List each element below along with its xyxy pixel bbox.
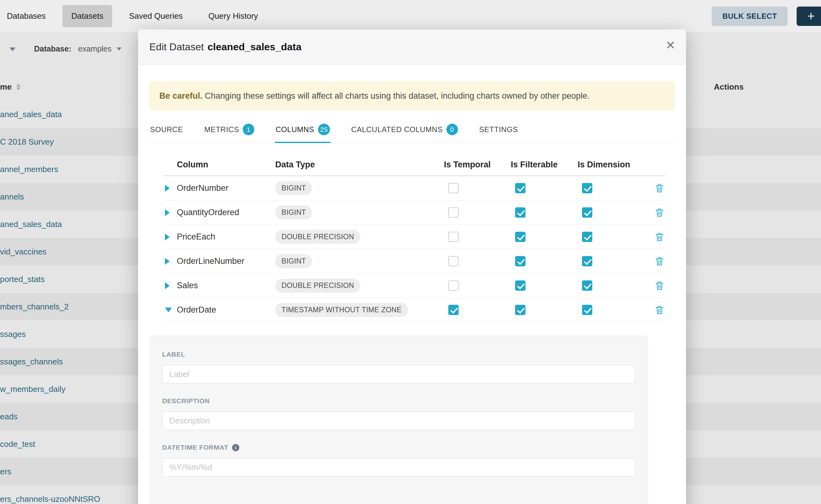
data-type-pill: DOUBLE PRECISION — [275, 279, 360, 293]
is-temporal-checkbox[interactable] — [448, 305, 459, 315]
data-type-pill: BIGINT — [275, 181, 312, 195]
tab-count-badge: 0 — [447, 124, 458, 135]
column-name: PriceEach — [177, 232, 275, 242]
tab-count-badge: 25 — [318, 124, 330, 135]
column-row: OrderDateTIMESTAMP WITHOUT TIME ZONE — [163, 298, 665, 322]
warning-bold-text: Be careful. — [159, 91, 202, 101]
tab-label: SETTINGS — [479, 125, 518, 134]
is-dimension-checkbox[interactable] — [582, 280, 592, 291]
is-filterable-checkbox[interactable] — [515, 280, 526, 291]
is-filterable-checkbox[interactable] — [515, 232, 526, 242]
tab-label: COLUMNS — [275, 125, 314, 134]
edit-dataset-modal: Edit Datasetcleaned_sales_data ✕ Be care… — [138, 29, 686, 504]
is-filterable-checkbox[interactable] — [515, 256, 526, 266]
column-row: PriceEachDOUBLE PRECISION — [163, 225, 665, 249]
modal-title-prefix: Edit Dataset — [149, 41, 204, 52]
is-dimension-checkbox[interactable] — [582, 256, 592, 266]
description-input[interactable] — [162, 412, 635, 430]
collapse-caret-icon[interactable] — [165, 308, 172, 312]
delete-column-icon[interactable] — [655, 281, 664, 291]
modal-title-dataset-name: cleaned_sales_data — [207, 41, 301, 52]
tab-label: SOURCE — [150, 125, 183, 134]
column-header-is-filterable: Is Filterable — [511, 160, 578, 170]
tab-calculated-columns[interactable]: CALCULATED COLUMNS0 — [350, 118, 459, 143]
delete-column-icon[interactable] — [655, 305, 664, 315]
label-field-label: LABEL — [162, 351, 635, 358]
is-temporal-checkbox[interactable] — [448, 232, 459, 242]
column-editor-panel: LABEL DESCRIPTION DATETIME FORMAT i — [149, 336, 648, 504]
tab-label: CALCULATED COLUMNS — [351, 125, 443, 134]
data-type-pill: BIGINT — [275, 205, 312, 220]
is-temporal-checkbox[interactable] — [448, 183, 459, 193]
is-filterable-checkbox[interactable] — [515, 183, 526, 193]
tab-source[interactable]: SOURCE — [149, 118, 184, 143]
is-dimension-checkbox[interactable] — [582, 232, 592, 242]
column-row: SalesDOUBLE PRECISION — [163, 274, 665, 298]
columns-table: ColumnData TypeIs TemporalIs FilterableI… — [163, 154, 665, 322]
modal-title: Edit Datasetcleaned_sales_data — [138, 29, 686, 64]
modal-tabs: SOURCEMETRICS1COLUMNS25CALCULATED COLUMN… — [149, 118, 675, 143]
datetime-format-input[interactable] — [162, 458, 635, 477]
data-type-pill: BIGINT — [275, 254, 312, 268]
modal-body: Be careful. Changing these settings will… — [138, 81, 686, 504]
label-input[interactable] — [162, 365, 635, 383]
column-name: OrderDate — [177, 305, 275, 315]
expand-caret-icon[interactable] — [165, 282, 170, 289]
description-field-label: DESCRIPTION — [162, 397, 635, 405]
column-header-is-temporal: Is Temporal — [444, 160, 511, 170]
is-filterable-checkbox[interactable] — [515, 305, 526, 315]
data-type-pill: DOUBLE PRECISION — [275, 230, 360, 244]
info-icon[interactable]: i — [232, 444, 239, 451]
is-temporal-checkbox[interactable] — [448, 207, 459, 218]
delete-column-icon[interactable] — [655, 183, 664, 193]
column-header-is-dimension: Is Dimension — [578, 160, 653, 170]
expand-caret-icon[interactable] — [165, 258, 170, 265]
warning-text: Changing these settings will affect all … — [202, 91, 590, 101]
column-header-data-type: Data Type — [275, 160, 444, 170]
tab-label: METRICS — [204, 125, 239, 134]
tab-metrics[interactable]: METRICS1 — [204, 118, 255, 143]
column-row: QuantityOrderedBIGINT — [163, 200, 665, 225]
column-row: OrderNumberBIGINT — [163, 176, 665, 200]
delete-column-icon[interactable] — [655, 208, 664, 218]
is-filterable-checkbox[interactable] — [515, 207, 526, 218]
expand-caret-icon[interactable] — [165, 209, 170, 216]
warning-banner: Be careful. Changing these settings will… — [149, 81, 675, 111]
tab-count-badge: 1 — [243, 124, 254, 135]
datetime-format-field-label: DATETIME FORMAT i — [162, 444, 635, 451]
is-dimension-checkbox[interactable] — [582, 305, 592, 315]
delete-column-icon[interactable] — [655, 232, 664, 242]
is-temporal-checkbox[interactable] — [448, 280, 459, 291]
column-name: Sales — [177, 281, 275, 290]
modal-header: Edit Datasetcleaned_sales_data ✕ — [138, 29, 686, 65]
column-row: OrderLineNumberBIGINT — [163, 249, 665, 274]
column-name: QuantityOrdered — [177, 208, 275, 217]
data-type-pill: TIMESTAMP WITHOUT TIME ZONE — [275, 303, 408, 317]
tab-settings[interactable]: SETTINGS — [479, 118, 519, 143]
is-temporal-checkbox[interactable] — [448, 256, 459, 266]
columns-table-header: ColumnData TypeIs TemporalIs FilterableI… — [163, 154, 665, 176]
is-dimension-checkbox[interactable] — [582, 183, 592, 193]
tab-columns[interactable]: COLUMNS25 — [275, 118, 330, 143]
close-icon[interactable]: ✕ — [665, 39, 675, 51]
delete-column-icon[interactable] — [655, 256, 664, 266]
is-dimension-checkbox[interactable] — [582, 207, 592, 218]
column-name: OrderNumber — [177, 183, 275, 193]
expand-caret-icon[interactable] — [165, 185, 170, 192]
columns-table-rows: OrderNumberBIGINTQuantityOrderedBIGINTPr… — [163, 176, 665, 322]
column-header-column: Column — [177, 160, 275, 170]
expand-caret-icon[interactable] — [165, 234, 170, 240]
column-name: OrderLineNumber — [177, 256, 275, 266]
